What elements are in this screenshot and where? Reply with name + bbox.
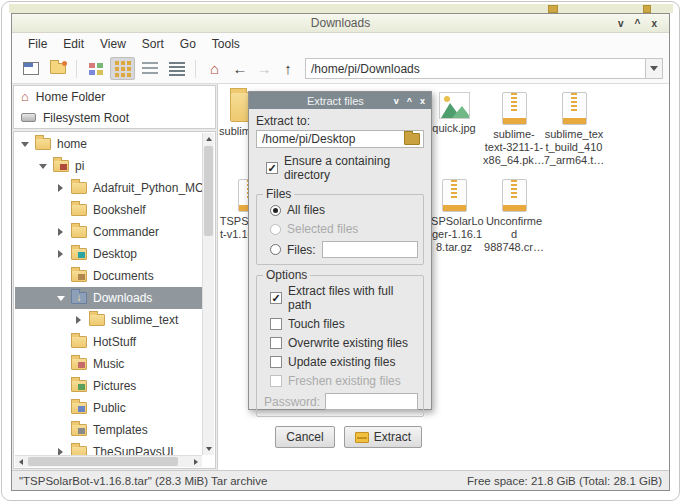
file-item-sublime-pkg[interactable]: sublime- text-3211-1- x86_64.pk… [482, 92, 546, 167]
touch-files-option[interactable]: Touch files [270, 317, 418, 331]
minimize-icon[interactable]: v [394, 96, 399, 106]
checkbox-unchecked-icon[interactable] [270, 337, 282, 349]
horizontal-scrollbar[interactable] [15, 455, 202, 467]
menu-sort[interactable]: Sort [134, 35, 172, 53]
places-list: ⌂ Home Folder Filesystem Root [13, 85, 216, 129]
radio-unselected-icon[interactable] [270, 244, 281, 255]
checkbox-checked-icon[interactable]: ✓ [270, 292, 282, 304]
scroll-up-icon[interactable] [203, 133, 215, 145]
folder-browse-icon[interactable] [404, 133, 420, 145]
path-input[interactable] [305, 58, 646, 79]
tree-item-templates[interactable]: Templates [15, 419, 202, 441]
files-pattern-input[interactable] [323, 242, 417, 257]
tree-item-pictures[interactable]: Pictures [15, 375, 202, 397]
folder-music-icon [71, 358, 87, 370]
chevron-down-icon[interactable] [21, 140, 30, 149]
tree-item-thesunpaysui[interactable]: TheSunPaysUI [15, 441, 202, 455]
image-file-icon [439, 92, 470, 119]
menu-go[interactable]: Go [172, 35, 204, 53]
tree-item-music[interactable]: Music [15, 353, 202, 375]
back-icon[interactable]: ← [229, 60, 251, 77]
path-dropdown-button[interactable] [646, 58, 663, 79]
tree-item-pi[interactable]: pi [15, 155, 202, 177]
tree-item-downloads[interactable]: Downloads [15, 287, 202, 309]
icon-view-button[interactable] [110, 57, 135, 80]
status-selection-info: "TSPSolarBot-v1.16.8.tar" (28.3 MiB) Tar… [19, 475, 467, 487]
chevron-right-icon[interactable] [57, 250, 66, 259]
minimize-icon[interactable]: v [618, 15, 624, 32]
tree-item-hotstuff[interactable]: HotStuff [15, 331, 202, 353]
tree-item-documents[interactable]: Documents [15, 265, 202, 287]
tree-item-home[interactable]: home [15, 133, 202, 155]
checkbox-unchecked-icon[interactable] [270, 318, 282, 330]
radio-selected-icon[interactable] [270, 205, 281, 216]
extract-files-dialog: Extract files v ^ x Extract to: ✓ Ensure… [248, 91, 432, 410]
tree-item-sublime-text[interactable]: sublime_text [15, 309, 202, 331]
chevron-right-icon[interactable] [75, 316, 84, 325]
scroll-down-icon[interactable] [203, 443, 215, 455]
files-pattern-radio[interactable]: Files: [270, 241, 418, 258]
tree-item-public[interactable]: Public [15, 397, 202, 419]
maximize-icon[interactable]: ^ [407, 96, 412, 106]
file-label: sublime_tex [542, 128, 606, 141]
close-icon[interactable]: x [651, 15, 657, 32]
cancel-button[interactable]: Cancel [275, 426, 334, 448]
place-home-folder[interactable]: ⌂ Home Folder [14, 86, 215, 107]
menu-file[interactable]: File [20, 35, 55, 53]
up-icon[interactable]: ↑ [277, 60, 299, 77]
thumbnail-view-icon [89, 63, 95, 68]
directory-tree: home pi Adafruit_Python_MCP300 [13, 131, 216, 469]
chevron-right-icon[interactable] [57, 228, 66, 237]
maximize-icon[interactable]: ^ [635, 15, 641, 32]
ensure-directory-option[interactable]: ✓ Ensure a containing directory [266, 154, 424, 182]
chevron-down-icon[interactable] [39, 162, 48, 171]
chevron-down-icon[interactable] [57, 294, 66, 303]
tree-item-commander[interactable]: Commander [15, 221, 202, 243]
overwrite-option[interactable]: Overwrite existing files [270, 336, 418, 350]
dialog-titlebar[interactable]: Extract files v ^ x [249, 92, 431, 109]
home-button[interactable]: ⌂ [202, 57, 227, 80]
scrollbar-thumb[interactable] [28, 457, 178, 466]
chevron-right-icon[interactable] [57, 184, 66, 193]
scroll-right-icon[interactable] [190, 456, 202, 468]
extract-button-label: Extract [374, 430, 411, 444]
menu-tools[interactable]: Tools [204, 35, 248, 53]
tree-item-label: Adafruit_Python_MCP300 [93, 181, 202, 195]
password-input[interactable] [326, 394, 417, 409]
menu-edit[interactable]: Edit [55, 35, 92, 53]
checkbox-checked-icon[interactable]: ✓ [266, 162, 278, 174]
scroll-left-icon[interactable] [15, 456, 27, 468]
tree-item-bookshelf[interactable]: Bookshelf [15, 199, 202, 221]
detailed-list-view-button[interactable] [164, 57, 189, 80]
tree-item-desktop[interactable]: Desktop [15, 243, 202, 265]
close-icon[interactable]: x [420, 96, 425, 106]
file-item-unconfirmed-crdownload[interactable]: Unconfirme d 988748.cr… [482, 179, 546, 254]
drive-icon [21, 113, 36, 122]
scrollbar-thumb[interactable] [204, 146, 213, 236]
place-filesystem-root[interactable]: Filesystem Root [14, 107, 215, 128]
extract-to-input[interactable] [260, 131, 404, 147]
expander-spacer [57, 338, 66, 347]
all-files-radio[interactable]: All files [270, 203, 418, 217]
extract-button[interactable]: Extract [344, 426, 422, 448]
radio-label: Selected files [287, 222, 358, 236]
window-titlebar[interactable]: Downloads v ^ x [12, 14, 669, 33]
file-item-sublime-build[interactable]: sublime_tex t_build_410 7_arm64.t… [542, 92, 606, 167]
password-row: Password: [264, 393, 418, 410]
chevron-right-icon[interactable] [57, 448, 66, 456]
update-option[interactable]: Update existing files [270, 355, 418, 369]
compact-view-button[interactable] [137, 57, 162, 80]
extract-to-field [256, 130, 424, 148]
full-path-option[interactable]: ✓ Extract files with full path [270, 284, 418, 312]
thumbnail-view-button[interactable] [83, 57, 108, 80]
menu-view[interactable]: View [92, 35, 134, 53]
checkbox-label: Extract files with full path [288, 284, 418, 312]
checkbox-unchecked-icon[interactable] [270, 356, 282, 368]
new-tab-icon [50, 63, 66, 74]
tree-item-label: home [57, 137, 87, 151]
status-free-space: Free space: 21.8 GiB (Total: 28.1 GiB) [467, 475, 662, 487]
new-window-button[interactable] [18, 57, 43, 80]
new-tab-button[interactable] [45, 57, 70, 80]
vertical-scrollbar[interactable] [202, 133, 214, 455]
tree-item-adafruit[interactable]: Adafruit_Python_MCP300 [15, 177, 202, 199]
